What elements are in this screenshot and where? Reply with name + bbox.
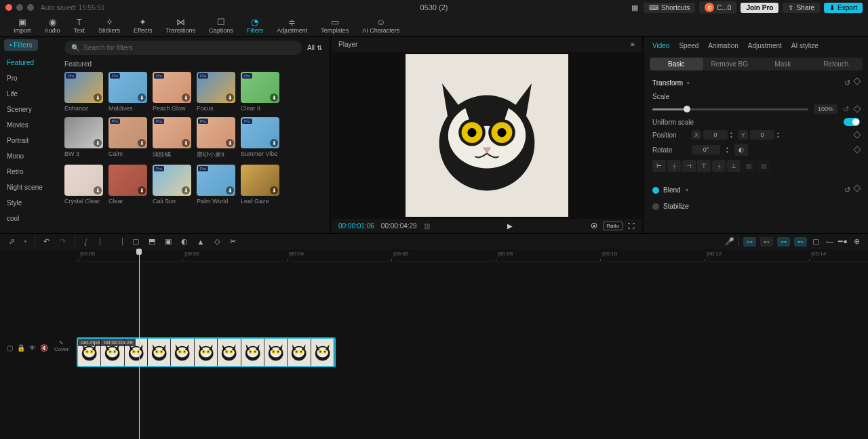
maximize-window[interactable] [27, 4, 34, 11]
rotate-dial[interactable]: ◐ [734, 144, 748, 156]
align-top-icon[interactable]: ⊤ [697, 160, 711, 172]
distribute-h-icon[interactable]: ▦ [742, 160, 755, 172]
zoom-fit-icon[interactable]: ⊕ [852, 237, 861, 246]
keyframe-blend-icon[interactable] [853, 184, 861, 192]
user-chip[interactable]: CC...0 [699, 1, 736, 14]
filter-thumb[interactable]: ⬇Clear [108, 165, 147, 205]
stabilize-checkbox-icon[interactable] [652, 203, 659, 210]
sidebar-item-mono[interactable]: Mono [4, 148, 54, 164]
y-spinner[interactable]: ▲▼ [776, 131, 780, 139]
sidebar-item-scenery[interactable]: Scenery [4, 102, 54, 117]
nav-captions[interactable]: ☐Captions [202, 15, 240, 36]
download-icon[interactable]: ⬇ [182, 93, 190, 102]
nav-aicharacters[interactable]: ☺AI Characters [355, 15, 406, 36]
join-pro-button[interactable]: Join Pro [741, 3, 778, 13]
filter-thumb[interactable]: ⬇Crystal Clear [64, 165, 103, 205]
download-icon[interactable]: ⬇ [94, 186, 102, 194]
reset-scale-icon[interactable]: ↺ [843, 105, 849, 114]
snap-2-icon[interactable]: ⊷ [760, 237, 773, 247]
filter-thumb[interactable]: Pro⬇Calm [108, 117, 147, 159]
mic-icon[interactable]: 🎤 [725, 237, 734, 246]
redo-icon[interactable]: ↷ [58, 237, 68, 246]
time-ruler[interactable]: |00:00|00:02|00:04|00:06|00:08|00:10|00:… [75, 249, 868, 262]
transform-header[interactable]: Transform ▼ [652, 79, 690, 87]
subtab-retouch[interactable]: Retouch [810, 58, 863, 70]
keyframe-rotate-icon[interactable] [853, 146, 861, 153]
all-button[interactable]: All⇅ [307, 44, 322, 51]
layout-icon[interactable]: ▦ [630, 3, 639, 12]
keyframe-scale-icon[interactable] [853, 105, 861, 112]
nav-effects[interactable]: ✦Effects [127, 15, 159, 36]
sidebar-item-portrait[interactable]: Portrait [4, 133, 54, 148]
snap-4-icon[interactable]: ⊷ [794, 237, 807, 247]
marker-icon[interactable]: ⬒ [147, 237, 157, 246]
selection-tool-icon[interactable]: ⬀ [7, 237, 16, 246]
track-area[interactable]: ▢ 🔒 👁 🔇 ✎ Cover cat.mp4 00:00:04:29 [75, 262, 868, 397]
download-icon[interactable]: ⬇ [270, 139, 278, 147]
timeline[interactable]: |00:00|00:02|00:04|00:06|00:08|00:10|00:… [0, 249, 868, 439]
subtab-removebg[interactable]: Remove BG [703, 58, 757, 70]
tab-video[interactable]: Video [652, 42, 669, 49]
focus-icon[interactable]: ⦿ [591, 222, 597, 230]
playhead[interactable] [139, 249, 140, 439]
rotate-spinner[interactable]: ▲▼ [726, 146, 729, 154]
track-lock-icon[interactable]: 🔒 [17, 344, 25, 352]
reset-icon[interactable]: ↺ [844, 79, 850, 87]
sidebar-item-life[interactable]: Life [4, 86, 54, 102]
track-opt-icon[interactable]: ▢ [811, 237, 821, 246]
crop2-icon[interactable]: ✂ [229, 237, 238, 246]
ratio-button[interactable]: Ratio [603, 222, 623, 230]
snap-1-icon[interactable]: ⊶ [743, 237, 756, 247]
nav-transitions[interactable]: ⋈Transitions [159, 15, 202, 36]
scale-value[interactable]: 100% [814, 104, 837, 114]
filter-thumb[interactable]: Pro⬇磨砂小麦II [197, 117, 235, 159]
filter-thumb[interactable]: Pro⬇Summer Vibe [241, 117, 279, 159]
download-icon[interactable]: ⬇ [138, 139, 146, 147]
y-input[interactable]: 0 [750, 130, 774, 140]
tab-speed[interactable]: Speed [679, 42, 698, 49]
share-button[interactable]: ⇧Share [783, 3, 820, 13]
split-right-icon[interactable]: ⎹ [115, 237, 124, 246]
cover-button[interactable]: ✎ Cover [54, 340, 68, 352]
stabilize-row[interactable]: Stabilize [644, 198, 868, 214]
snap-3-icon[interactable]: ⊶ [777, 237, 790, 247]
download-icon[interactable]: ⬇ [270, 186, 278, 194]
tab-animation[interactable]: Animation [708, 42, 738, 49]
scale-slider[interactable] [652, 108, 808, 110]
sidebar-item-cool[interactable]: cool [4, 211, 54, 226]
filters-chip[interactable]: • Filters [4, 39, 38, 51]
filter-thumb[interactable]: Pro⬇Palm World [197, 165, 235, 205]
play-button[interactable]: ▶ [507, 222, 513, 230]
search-input[interactable]: 🔍 Search for filters [64, 41, 302, 55]
blend-row[interactable]: Blend▼ ↺ [644, 182, 868, 198]
shortcuts-button[interactable]: ⌨Shortcuts [644, 3, 695, 13]
download-icon[interactable]: ⬇ [94, 93, 102, 102]
blend-checkbox-icon[interactable] [652, 187, 659, 194]
zoom-slider-icon[interactable]: ━● [838, 237, 848, 246]
fullscreen-icon[interactable]: ⛶ [628, 222, 635, 230]
split-icon[interactable]: ⎷ [82, 238, 92, 246]
download-icon[interactable]: ⬇ [138, 93, 146, 102]
filter-thumb[interactable]: ⬇BW 3 [64, 117, 103, 159]
download-icon[interactable]: ⬇ [138, 186, 146, 194]
subtab-basic[interactable]: Basic [650, 58, 703, 70]
filter-thumb[interactable]: Pro⬇Maldives [108, 72, 147, 112]
filter-thumb[interactable]: Pro⬇Cali Sun [153, 165, 191, 205]
filter-thumb[interactable]: Pro⬇Clear II [241, 72, 279, 112]
filter-thumb[interactable]: Pro⬇Focus [197, 72, 235, 112]
video-clip[interactable]: cat.mp4 00:00:04:29 [77, 337, 336, 367]
download-icon[interactable]: ⬇ [226, 186, 234, 194]
download-icon[interactable]: ⬇ [226, 139, 234, 147]
compare-icon[interactable]: ▥ [424, 222, 430, 230]
align-left-icon[interactable]: ⊢ [652, 160, 666, 172]
download-icon[interactable]: ⬇ [94, 139, 102, 147]
align-bottom-icon[interactable]: ⊥ [727, 160, 741, 172]
undo-icon[interactable]: ↶ [42, 237, 52, 246]
split-left-icon[interactable]: ⎸ [98, 237, 108, 246]
reverse-icon[interactable]: ◐ [180, 237, 189, 246]
crop-icon[interactable]: ▢ [131, 237, 140, 246]
nav-adjustment[interactable]: ≑Adjustment [270, 15, 314, 36]
player-canvas[interactable] [332, 52, 642, 219]
sidebar-item-retro[interactable]: Retro [4, 164, 54, 180]
x-input[interactable]: 0 [703, 130, 728, 140]
